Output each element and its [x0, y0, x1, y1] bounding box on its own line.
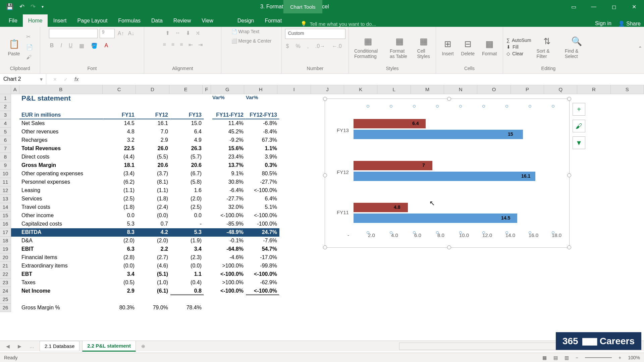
zoom-out-icon[interactable]: −: [576, 355, 578, 360]
tab-file[interactable]: File: [3, 14, 23, 27]
borders-icon[interactable]: ▦: [78, 42, 85, 50]
tab-nav-next[interactable]: ▶: [15, 344, 24, 349]
bar-fy12-netsales[interactable]: [354, 172, 535, 181]
bold-icon[interactable]: B: [49, 42, 55, 50]
increase-indent-icon[interactable]: ⇥: [197, 41, 204, 49]
zoom-level[interactable]: 100%: [628, 355, 640, 360]
clear-button[interactable]: ◇ Clear: [506, 51, 531, 56]
tab-review[interactable]: Review: [168, 14, 196, 27]
align-right-icon[interactable]: ≡: [179, 41, 184, 49]
column-headers[interactable]: A BC DE FG HI JK LM NO PQ RS: [0, 85, 644, 94]
merge-center-button[interactable]: ⬜ Merge & Center: [231, 38, 272, 44]
font-size-input[interactable]: 9: [100, 29, 115, 38]
decrease-indent-icon[interactable]: ⇤: [187, 41, 194, 49]
sort-filter-button[interactable]: ⇅Sort & Filter: [535, 34, 559, 60]
chart-x-axis[interactable]: -2.04.06.08.010.012.014.016.018.0: [337, 232, 568, 238]
cut-icon[interactable]: ✂: [25, 33, 34, 41]
customize-qat-icon[interactable]: ▾: [42, 4, 44, 9]
status-ready: Ready: [4, 355, 17, 360]
align-top-icon[interactable]: ⬆: [164, 29, 171, 37]
sign-in-link[interactable]: Sign in: [595, 20, 611, 27]
sheet-tab-database[interactable]: 2.1 Database: [40, 341, 79, 351]
decrease-decimal-icon[interactable]: ←.0: [331, 42, 342, 50]
format-as-table-button[interactable]: ▦Format as Table: [388, 34, 412, 60]
tab-view[interactable]: View: [196, 14, 218, 27]
name-box[interactable]: Chart 2▾: [0, 74, 46, 84]
conditional-formatting-button[interactable]: ▦Conditional Formatting: [352, 34, 384, 60]
chart-side-buttons: + 🖌 ▼: [573, 103, 585, 149]
underline-icon[interactable]: U: [68, 42, 74, 50]
tab-home[interactable]: Home: [23, 14, 48, 27]
undo-icon[interactable]: ↶: [19, 3, 24, 10]
wrap-text-button[interactable]: 📄 Wrap Text: [231, 29, 259, 34]
enter-formula-icon[interactable]: ✓: [64, 77, 68, 82]
tab-format[interactable]: Format: [260, 14, 287, 27]
ribbon-tabs: File Home Insert Page Layout Formulas Da…: [0, 13, 644, 27]
group-number: Number: [285, 65, 345, 72]
bar-fy11-netsales[interactable]: [354, 214, 517, 223]
tab-nav-more[interactable]: …: [27, 344, 37, 349]
view-pagelayout-icon[interactable]: ▤: [553, 355, 558, 360]
minimize-icon[interactable]: —: [584, 0, 604, 13]
worksheet-area[interactable]: A BC DE FG HI JK LM NO PQ RS 1P&L statem…: [0, 85, 644, 340]
ribbon-display-icon[interactable]: ▭: [564, 0, 584, 13]
format-painter-icon[interactable]: 🖌: [25, 53, 34, 61]
tab-data[interactable]: Data: [146, 14, 168, 27]
chart-object[interactable]: FY13 FY12 FY11 6.4 15 7 16.1 4.8 14.5 -2…: [325, 99, 570, 248]
view-normal-icon[interactable]: ▦: [542, 355, 547, 360]
delete-cells-button[interactable]: ⊟Delete: [459, 36, 477, 58]
chart-filters-button[interactable]: ▼: [573, 136, 585, 149]
increase-font-icon[interactable]: A↑: [117, 29, 125, 38]
redo-icon[interactable]: ↷: [31, 3, 36, 10]
insert-cells-button[interactable]: ⊞Insert: [440, 36, 456, 58]
percent-format-icon[interactable]: %: [294, 42, 301, 50]
copy-icon[interactable]: 📄: [25, 43, 34, 51]
cell-styles-button[interactable]: ▦Cell Styles: [415, 34, 432, 60]
number-format-select[interactable]: Custom: [285, 29, 345, 39]
tab-insert[interactable]: Insert: [48, 14, 72, 27]
bar-fy13-netsales[interactable]: [354, 130, 523, 139]
share-button[interactable]: 👤 Share: [618, 20, 641, 27]
tab-design[interactable]: Design: [232, 14, 260, 27]
tell-me-search[interactable]: 💡Tell me what you want to do...: [301, 21, 376, 27]
align-middle-icon[interactable]: ↔: [174, 29, 181, 37]
paste-button[interactable]: 📋Paste: [6, 36, 22, 58]
fx-icon[interactable]: fx: [74, 76, 78, 82]
orientation-icon[interactable]: ⤭: [195, 29, 201, 37]
bar-fy12-other[interactable]: [354, 161, 432, 170]
increase-decimal-icon[interactable]: .0→: [314, 42, 326, 50]
chart-styles-button[interactable]: 🖌: [573, 120, 585, 132]
select-all-corner[interactable]: [0, 85, 11, 94]
tab-formulas[interactable]: Formulas: [113, 14, 146, 27]
comma-format-icon[interactable]: ,: [306, 42, 310, 50]
chart-elements-button[interactable]: +: [573, 103, 585, 116]
align-left-icon[interactable]: ≡: [162, 41, 167, 49]
tab-nav-prev[interactable]: ◀: [3, 344, 12, 349]
sheet-tab-pl[interactable]: 2.2 P&L statement: [82, 341, 136, 352]
find-select-button[interactable]: 🔍Find & Select: [563, 34, 590, 60]
lightbulb-icon: 💡: [301, 21, 307, 27]
collapse-ribbon-icon[interactable]: ˆ: [639, 46, 641, 53]
new-sheet-button[interactable]: ⊕: [139, 344, 148, 349]
autosum-button[interactable]: ∑ AutoSum: [506, 38, 531, 43]
cancel-formula-icon[interactable]: ✕: [53, 77, 57, 82]
maximize-icon[interactable]: ◻: [604, 0, 624, 13]
font-select[interactable]: [49, 29, 98, 38]
close-icon[interactable]: ✕: [624, 0, 644, 13]
zoom-in-icon[interactable]: +: [619, 355, 621, 360]
fill-color-icon[interactable]: 🪣: [90, 42, 99, 50]
decrease-font-icon[interactable]: A↓: [127, 29, 136, 38]
align-center-icon[interactable]: ≡: [170, 41, 175, 49]
font-color-icon[interactable]: A: [103, 42, 109, 50]
fill-button[interactable]: ⬇ Fill: [506, 44, 531, 50]
quick-access-toolbar: 💾 ↶ ↷ ▾: [0, 3, 44, 10]
view-pagebreak-icon[interactable]: ▥: [565, 355, 569, 360]
tab-page-layout[interactable]: Page Layout: [72, 14, 113, 27]
chart-plot-area[interactable]: FY13 FY12 FY11 6.4 15 7 16.1 4.8 14.5: [337, 106, 562, 232]
format-cells-button[interactable]: ▦Format: [480, 36, 499, 58]
save-icon[interactable]: 💾: [6, 3, 13, 10]
align-bottom-icon[interactable]: ⬇: [185, 29, 191, 37]
italic-icon[interactable]: I: [59, 42, 63, 50]
accounting-format-icon[interactable]: $: [285, 42, 290, 50]
mouse-cursor: ↖: [429, 199, 435, 207]
